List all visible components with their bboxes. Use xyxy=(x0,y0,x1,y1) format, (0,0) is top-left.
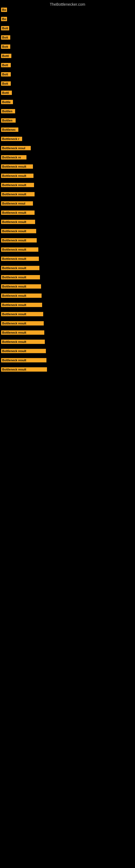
bar-container: Bott xyxy=(1,82,135,86)
bar-container: Bott xyxy=(1,72,135,76)
bar-row: Bottleneck result xyxy=(0,340,135,344)
bar-container: Bottleneck resul xyxy=(1,201,135,206)
bar-label: Bottlenec xyxy=(1,127,18,132)
bar-row: Bottleneck result xyxy=(0,220,135,224)
bar-container: Bott xyxy=(1,44,135,49)
bar-row: Bott xyxy=(0,44,135,49)
bar-container: Bottleneck result xyxy=(1,266,135,270)
bar-label: Bottleneck result xyxy=(1,312,43,316)
bars-container: BoBoBottBottBottBottlBottBottBottBottlBo… xyxy=(0,8,135,372)
bar-label: Bottleneck result xyxy=(1,321,44,326)
bar-label: Bott xyxy=(1,72,11,76)
bar-label: Bottleneck result xyxy=(1,229,36,233)
site-title: TheBottlenecker.com xyxy=(0,0,135,8)
bar-container: Bo xyxy=(1,17,135,21)
bar-label: Bott xyxy=(1,26,9,30)
bar-row: Bott xyxy=(0,63,135,67)
bar-container: Bottleneck result xyxy=(1,192,135,196)
bar-label: Bottleneck result xyxy=(1,257,39,261)
bar-container: Bottleneck result xyxy=(1,211,135,215)
bar-container: Bottl xyxy=(1,91,135,95)
bar-row: Bottleneck result xyxy=(0,330,135,335)
bar-label: Bottle xyxy=(1,100,13,104)
bar-container: Bottleneck re xyxy=(1,155,135,159)
bar-label: Bottleneck result xyxy=(1,303,42,307)
bar-label: Bottleneck result xyxy=(1,247,38,252)
bar-label: Bottleneck result xyxy=(1,211,35,215)
bar-row: Bottleneck result xyxy=(0,293,135,298)
bar-container: Bottleneck result xyxy=(1,174,135,178)
bar-row: Bottleneck result xyxy=(0,266,135,270)
bar-row: Bottleneck result xyxy=(0,284,135,289)
bar-row: Bottleneck result xyxy=(0,229,135,233)
bar-row: Bott xyxy=(0,72,135,76)
bar-container: Bottleneck result xyxy=(1,367,135,372)
bar-container: Bottleneck result xyxy=(1,349,135,353)
bar-label: Bo xyxy=(1,17,7,21)
bar-container: Bottleneck result xyxy=(1,358,135,362)
bar-container: Bottleneck result xyxy=(1,330,135,335)
bar-label: Bottlen xyxy=(1,109,15,113)
bar-row: Bottleneck re xyxy=(0,155,135,159)
bar-row: Bottleneck result xyxy=(0,192,135,196)
bar-label: Bott xyxy=(1,35,10,40)
bar-container: Bottlen xyxy=(1,109,135,113)
bar-row: Bottl xyxy=(0,91,135,95)
bar-container: Bottleneck r xyxy=(1,137,135,141)
bar-label: Bott xyxy=(1,82,11,86)
bar-label: Bottleneck result xyxy=(1,330,44,335)
bar-label: Bottleneck result xyxy=(1,358,46,362)
bar-row: Bottleneck result xyxy=(0,183,135,187)
bar-label: Bottleneck result xyxy=(1,284,41,289)
bar-row: Bottleneck result xyxy=(0,238,135,243)
bar-row: Bottleneck result xyxy=(0,174,135,178)
bar-label: Bottleneck result xyxy=(1,164,33,169)
bar-label: Bottleneck resul xyxy=(1,146,31,150)
bar-container: Bottleneck result xyxy=(1,247,135,252)
bar-row: Bottleneck r xyxy=(0,137,135,141)
bar-row: Bottleneck result xyxy=(0,312,135,316)
bar-container: Bott xyxy=(1,26,135,30)
bar-container: Bottleneck result xyxy=(1,321,135,326)
bar-row: Bottleneck result xyxy=(0,275,135,279)
bar-row: Bottle xyxy=(0,100,135,104)
bar-label: Bott xyxy=(1,44,10,49)
bar-container: Bottleneck result xyxy=(1,275,135,279)
bar-label: Bottleneck result xyxy=(1,220,35,224)
bar-container: Bottleneck result xyxy=(1,229,135,233)
bar-container: Bottleneck result xyxy=(1,183,135,187)
bar-row: Bottleneck result xyxy=(0,358,135,362)
bar-container: Bottleneck result xyxy=(1,340,135,344)
bar-label: Bottleneck result xyxy=(1,192,35,196)
bar-container: Bott xyxy=(1,63,135,67)
bar-label: Bottleneck result xyxy=(1,174,34,178)
bar-row: Bott xyxy=(0,35,135,40)
bar-row: Bott xyxy=(0,82,135,86)
bar-label: Bott xyxy=(1,63,11,67)
bar-label: Bottleneck resul xyxy=(1,201,33,206)
bar-container: Bottleneck result xyxy=(1,238,135,243)
bar-container: Bottleneck resul xyxy=(1,146,135,150)
bar-label: Bottleneck result xyxy=(1,266,39,270)
bar-label: Bottl xyxy=(1,91,12,95)
bar-row: Bott xyxy=(0,26,135,30)
bar-container: Bottleneck result xyxy=(1,293,135,298)
bar-row: Bottleneck result xyxy=(0,257,135,261)
bar-container: Bottleneck result xyxy=(1,312,135,316)
bar-row: Bottleneck resul xyxy=(0,201,135,206)
bar-row: Bottlen xyxy=(0,118,135,123)
bar-container: Bottleneck result xyxy=(1,220,135,224)
bar-row: Bo xyxy=(0,17,135,21)
bar-container: Bott xyxy=(1,35,135,40)
bar-container: Bottleneck result xyxy=(1,257,135,261)
bar-label: Bottleneck result xyxy=(1,275,40,279)
bar-container: Bottlen xyxy=(1,118,135,123)
bar-container: Bo xyxy=(1,8,135,12)
bar-label: Bottleneck result xyxy=(1,293,42,298)
bar-label: Bottleneck result xyxy=(1,238,37,243)
bar-row: Bottleneck result xyxy=(0,349,135,353)
bar-label: Bottleneck result xyxy=(1,340,45,344)
bar-row: Bottl xyxy=(0,54,135,58)
bar-label: Bottl xyxy=(1,54,11,58)
bar-label: Bottleneck result xyxy=(1,183,34,187)
